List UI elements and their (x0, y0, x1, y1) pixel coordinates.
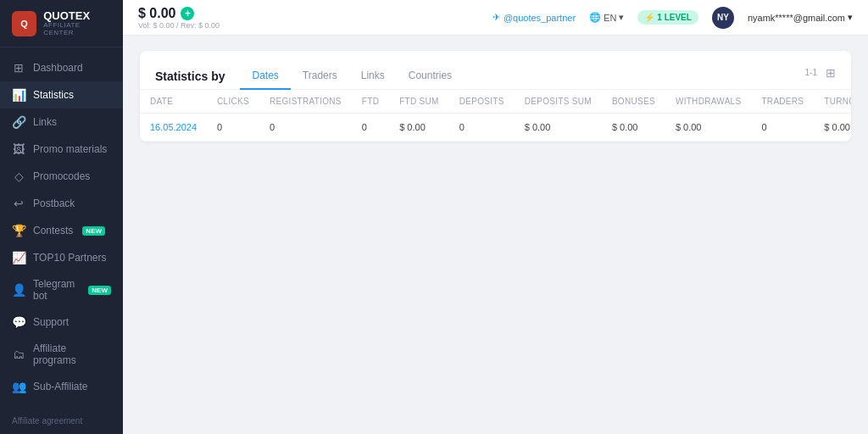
statistics-panel: Statistics by Dates Traders Links Countr… (140, 51, 851, 142)
telegram-bot-badge: NEW (88, 286, 111, 295)
col-deposits: DEPOSITS (449, 90, 515, 114)
sidebar-item-dashboard[interactable]: ⊞ Dashboard (0, 54, 123, 81)
content-area: Statistics by Dates Traders Links Countr… (123, 36, 868, 434)
telegram-link[interactable]: ✈ @quotes_partner (492, 12, 576, 23)
sidebar-label-top10: TOP10 Partners (33, 252, 106, 264)
balance-section: $ 0.00 + Vol: $ 0.00 / Rev: $ 0.00 (138, 6, 220, 30)
balance-sub: Vol: $ 0.00 / Rev: $ 0.00 (138, 21, 220, 30)
links-icon: 🔗 (12, 115, 25, 129)
topbar-right: ✈ @quotes_partner 🌐 EN ▾ ⚡ 1 LEVEL NY ny… (492, 7, 853, 29)
balance-value: $ 0.00 (138, 6, 175, 21)
logo-icon: Q (12, 11, 36, 36)
col-ftd-sum: FTD SUM (389, 90, 449, 114)
promo-materials-icon: 🖼 (12, 142, 25, 156)
sidebar-nav: ⊞ Dashboard 📊 Statistics 🔗 Links 🖼 Promo… (0, 47, 123, 408)
tab-traders[interactable]: Traders (291, 63, 349, 90)
globe-icon: 🌐 (589, 12, 601, 23)
cell-withdrawals: $ 0.00 (665, 114, 752, 142)
support-icon: 💬 (12, 315, 25, 329)
col-turnover-all: TURNOVER ALL (814, 90, 851, 114)
sidebar-label-links: Links (33, 116, 57, 128)
cell-traders: 0 (751, 114, 814, 142)
table-header-row: DATE CLICKS REGISTRATIONS FTD FTD SUM DE… (140, 90, 851, 114)
sidebar-label-affiliate-programs: Affiliate programs (33, 342, 111, 366)
chevron-down-icon: ▾ (619, 12, 624, 23)
col-traders: TRADERS (751, 90, 814, 114)
sidebar-label-support: Support (33, 316, 69, 328)
affiliate-agreement-link[interactable]: Affiliate agreement (0, 408, 123, 434)
col-deposits-sum: DEPOSITS SUM (515, 90, 602, 114)
cell-date[interactable]: 16.05.2024 (140, 114, 207, 142)
table-row: 16.05.2024 0 0 0 $ 0.00 0 $ 0.00 $ 0.00 … (140, 114, 851, 142)
cell-ftd: 0 (352, 114, 389, 142)
telegram-bot-icon: 👤 (12, 283, 25, 297)
statistics-icon: 📊 (12, 88, 25, 102)
main-area: $ 0.00 + Vol: $ 0.00 / Rev: $ 0.00 ✈ @qu… (123, 0, 868, 434)
email-value: nyamk*****@gmail.com (748, 13, 845, 23)
top10-icon: 📈 (12, 251, 25, 264)
level-badge: ⚡ 1 LEVEL (637, 10, 698, 25)
sidebar-logo: Q QUOTEX AFFILIATE CENTER (0, 0, 123, 47)
sidebar-label-dashboard: Dashboard (33, 62, 83, 74)
sidebar-label-telegram-bot: Telegram bot (33, 278, 79, 302)
col-bonuses: BONUSES (602, 90, 665, 114)
cell-clicks: 0 (207, 114, 259, 142)
level-value: 1 LEVEL (657, 13, 692, 22)
sidebar-item-affiliate-programs[interactable]: 🗂 Affiliate programs (0, 336, 123, 373)
sidebar-item-links[interactable]: 🔗 Links (0, 108, 123, 136)
sidebar-label-promocodes: Promocodes (33, 170, 90, 182)
sidebar-item-top10[interactable]: 📈 TOP10 Partners (0, 244, 123, 271)
sidebar-label-postback: Postback (33, 198, 75, 209)
balance-add-button[interactable]: + (181, 7, 194, 20)
affiliate-programs-icon: 🗂 (12, 348, 25, 361)
sidebar-item-promo-materials[interactable]: 🖼 Promo materials (0, 136, 123, 163)
sidebar-item-promocodes[interactable]: ◇ Promocodes (0, 163, 123, 190)
sidebar-label-sub-affiliate: Sub-Affiliate (33, 381, 87, 392)
logo-text-group: QUOTEX AFFILIATE CENTER (43, 10, 111, 36)
sidebar-item-postback[interactable]: ↩ Postback (0, 190, 123, 217)
col-ftd: FTD (352, 90, 389, 114)
postback-icon: ↩ (12, 197, 25, 210)
sidebar-item-statistics[interactable]: 📊 Statistics (0, 81, 123, 108)
logo-name: QUOTEX (43, 10, 111, 21)
balance-amount: $ 0.00 + (138, 6, 220, 21)
cell-deposits: 0 (449, 114, 515, 142)
col-withdrawals: WITHDRAWALS (665, 90, 752, 114)
tab-links[interactable]: Links (349, 63, 397, 90)
tab-countries[interactable]: Countries (397, 63, 464, 90)
statistics-table: DATE CLICKS REGISTRATIONS FTD FTD SUM DE… (140, 90, 851, 142)
dashboard-icon: ⊞ (12, 61, 25, 75)
telegram-handle: @quotes_partner (504, 13, 576, 23)
col-clicks: CLICKS (207, 90, 259, 114)
header-right-group: 1-1 ⊞ (805, 66, 836, 86)
language-selector[interactable]: 🌐 EN ▾ (589, 12, 624, 23)
sidebar-label-promo-materials: Promo materials (33, 143, 107, 155)
grid-view-icon[interactable]: ⊞ (826, 66, 836, 80)
contests-icon: 🏆 (12, 224, 25, 237)
telegram-icon: ✈ (492, 12, 500, 23)
cell-bonuses: $ 0.00 (602, 114, 665, 142)
chevron-down-email-icon: ▾ (848, 12, 853, 23)
vol-label: Vol: $ 0.00 (138, 21, 175, 30)
cell-ftd-sum: $ 0.00 (389, 114, 449, 142)
sidebar-label-contests: Contests (33, 225, 73, 236)
sidebar-item-sub-affiliate[interactable]: 👥 Sub-Affiliate (0, 373, 123, 400)
rev-value: Rev: $ 0.00 (181, 21, 220, 30)
stats-title: Statistics by (155, 70, 225, 83)
sidebar-item-support[interactable]: 💬 Support (0, 309, 123, 336)
sidebar: Q QUOTEX AFFILIATE CENTER ⊞ Dashboard 📊 … (0, 0, 123, 434)
tab-group: Dates Traders Links Countries (240, 63, 794, 89)
tab-dates[interactable]: Dates (240, 63, 290, 90)
sidebar-item-telegram-bot[interactable]: 👤 Telegram bot NEW (0, 271, 123, 309)
topbar: $ 0.00 + Vol: $ 0.00 / Rev: $ 0.00 ✈ @qu… (123, 0, 868, 36)
sidebar-label-statistics: Statistics (33, 89, 74, 101)
user-email[interactable]: nyamk*****@gmail.com ▾ (748, 12, 853, 23)
col-date: DATE (140, 90, 207, 114)
stats-header: Statistics by Dates Traders Links Countr… (140, 51, 851, 90)
logo-subtitle: AFFILIATE CENTER (43, 21, 111, 36)
language-value: EN (604, 13, 616, 23)
cell-deposits-sum: $ 0.00 (515, 114, 602, 142)
contests-badge: NEW (82, 226, 105, 236)
sidebar-item-contests[interactable]: 🏆 Contests NEW (0, 217, 123, 244)
col-registrations: REGISTRATIONS (259, 90, 352, 114)
